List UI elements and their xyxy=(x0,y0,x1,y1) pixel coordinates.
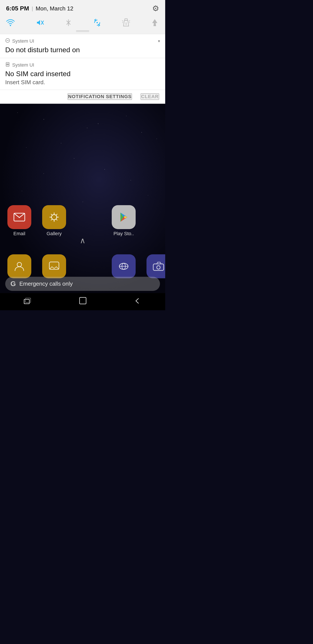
svg-point-36 xyxy=(157,266,160,269)
emergency-calls-text: Emergency calls only xyxy=(19,280,73,287)
svg-line-23 xyxy=(56,219,57,220)
sound-off-icon[interactable] xyxy=(35,19,44,26)
status-bar: 6:05 PM | Mon, March 12 ⚙ xyxy=(0,0,165,16)
up-arrow-icon: ∧ xyxy=(80,236,85,245)
dnd-app-name: System UI xyxy=(12,38,156,44)
status-bar-left: 6:05 PM | Mon, March 12 xyxy=(6,5,73,12)
sync-icon[interactable] xyxy=(93,18,101,27)
svg-line-6 xyxy=(122,20,123,21)
gallery-label: Gallery xyxy=(46,231,62,236)
sim-title: No SIM card inserted xyxy=(5,70,160,78)
wifi-icon[interactable] xyxy=(6,19,15,26)
svg-point-30 xyxy=(17,262,21,267)
svg-rect-38 xyxy=(25,298,31,302)
svg-rect-37 xyxy=(24,299,29,304)
airplane-icon[interactable] xyxy=(150,19,159,26)
settings-icon[interactable]: ⚙ xyxy=(152,4,159,13)
search-inner[interactable]: G Emergency calls only xyxy=(5,277,160,291)
app-play-store[interactable]: Play Sto.. xyxy=(110,205,138,236)
svg-line-25 xyxy=(51,219,52,220)
recents-button[interactable] xyxy=(24,297,31,306)
flashlight-icon[interactable] xyxy=(122,18,130,27)
notification-panel: System UI ▾ Do not disturb turned on Sys… xyxy=(0,34,165,90)
status-divider: | xyxy=(32,6,33,12)
app-email[interactable]: Email xyxy=(5,205,33,236)
notification-action-bar: NOTIFICATION SETTINGS CLEAR xyxy=(0,90,165,104)
svg-point-2 xyxy=(96,22,98,23)
app-row-1: Email Gallery xyxy=(5,205,138,236)
dnd-expand-icon[interactable]: ▾ xyxy=(158,39,160,44)
search-bar[interactable]: G Emergency calls only xyxy=(0,274,165,293)
drag-handle xyxy=(0,30,165,34)
home-screen: Email Gallery xyxy=(0,104,165,293)
status-date: Mon, March 12 xyxy=(36,5,73,12)
status-time: 6:05 PM xyxy=(6,5,29,12)
play-store-icon xyxy=(112,205,136,229)
home-button[interactable] xyxy=(79,297,86,306)
bottom-navigation xyxy=(0,293,165,310)
email-label: Email xyxy=(13,231,25,236)
google-g-icon: G xyxy=(10,280,16,288)
play-store-label: Play Sto.. xyxy=(113,231,134,236)
svg-line-22 xyxy=(51,214,52,216)
bluetooth-icon[interactable] xyxy=(64,19,72,26)
gallery-icon xyxy=(42,205,66,229)
email-icon xyxy=(7,205,31,229)
back-button[interactable] xyxy=(134,297,141,306)
svg-line-7 xyxy=(129,20,130,21)
notification-sim[interactable]: System UI No SIM card inserted Insert SI… xyxy=(0,58,165,90)
dnd-title: Do not disturb turned on xyxy=(5,46,160,54)
svg-line-24 xyxy=(56,214,57,216)
clear-button[interactable]: CLEAR xyxy=(141,93,159,100)
quick-settings-panel xyxy=(0,16,165,30)
sim-icon xyxy=(5,62,10,68)
notification-dnd[interactable]: System UI ▾ Do not disturb turned on xyxy=(0,34,165,58)
sim-body: Insert SIM card. xyxy=(5,79,160,86)
dnd-icon xyxy=(5,38,10,44)
svg-rect-39 xyxy=(79,298,86,304)
sim-app-name: System UI xyxy=(12,62,160,68)
app-gallery[interactable]: Gallery xyxy=(40,205,68,236)
notification-settings-button[interactable]: NOTIFICATION SETTINGS xyxy=(68,93,132,100)
